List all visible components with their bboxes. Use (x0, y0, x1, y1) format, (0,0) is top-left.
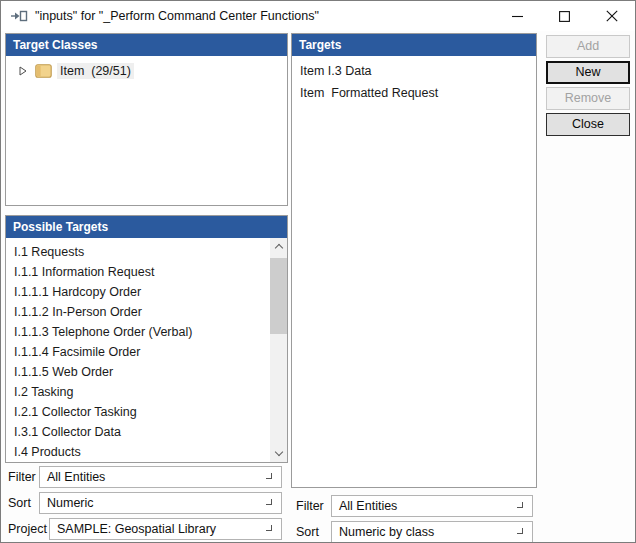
minimize-icon (512, 11, 523, 22)
filter-label: Filter (8, 466, 36, 488)
list-item[interactable]: I.1.1.4 Facsimile Order (6, 342, 287, 362)
list-item[interactable]: I.1.1.5 Web Order (6, 362, 287, 382)
remove-button: Remove (546, 87, 630, 110)
project-value: SAMPLE: Geospatial Library (57, 522, 216, 536)
list-item[interactable]: I.4 Products (6, 442, 287, 462)
chevron-down-icon (266, 499, 272, 505)
chevron-down-icon (266, 525, 272, 531)
close-window-button[interactable] (588, 1, 635, 31)
targets-list: Item I.3 Data Item Formatted Request (292, 56, 536, 487)
possible-targets-header: Possible Targets (6, 216, 287, 238)
list-item[interactable]: I.1.1.2 In-Person Order (6, 302, 287, 322)
right-filter-select[interactable]: All Entities (331, 495, 533, 517)
scroll-down-button[interactable] (270, 445, 287, 462)
target-classes-panel: Target Classes Item (29/51) (5, 33, 288, 206)
filter-label: Filter (296, 495, 324, 517)
target-classes-tree: Item (29/51) (6, 56, 287, 205)
sort-label: Sort (296, 521, 319, 543)
possible-targets-panel: Possible Targets I.1 Requests I.1.1 Info… (5, 215, 288, 463)
chevron-right-icon[interactable] (18, 66, 28, 76)
arrow-into-window-icon (10, 9, 28, 23)
targets-panel: Targets Item I.3 Data Item Formatted Req… (291, 33, 537, 488)
close-icon (606, 10, 618, 22)
add-button: Add (546, 35, 630, 58)
scrollbar[interactable] (270, 238, 287, 462)
chevron-down-icon (517, 528, 523, 534)
list-item[interactable]: Item I.3 Data (292, 60, 536, 82)
right-filter-value: All Entities (339, 499, 397, 513)
right-sort-select[interactable]: Numeric by class (331, 521, 533, 543)
list-item[interactable]: I.1 Requests (6, 242, 287, 262)
list-item[interactable]: I.2 Tasking (6, 382, 287, 402)
scroll-up-button[interactable] (270, 238, 287, 255)
left-sort-select[interactable]: Numeric (39, 492, 282, 514)
scrollbar-thumb[interactable] (270, 258, 287, 334)
chevron-down-icon (517, 502, 523, 508)
chevron-down-icon (274, 448, 282, 456)
sort-label: Sort (8, 492, 31, 514)
list-item[interactable]: I.2.1 Collector Tasking (6, 402, 287, 422)
chevron-up-icon (274, 244, 282, 252)
possible-targets-list: I.1 Requests I.1.1 Information Request I… (6, 238, 287, 462)
close-button[interactable]: Close (546, 113, 630, 136)
maximize-icon (559, 11, 570, 22)
left-filter-value: All Entities (47, 470, 105, 484)
list-item[interactable]: I.1.1.3 Telephone Order (Verbal) (6, 322, 287, 342)
folder-icon (35, 64, 52, 78)
right-sort-value: Numeric by class (339, 525, 434, 539)
minimize-button[interactable] (494, 1, 541, 31)
target-classes-header: Target Classes (6, 34, 287, 56)
list-item[interactable]: Item Formatted Request (292, 82, 536, 104)
tree-item-label: Item (29/51) (57, 63, 134, 79)
maximize-button[interactable] (541, 1, 588, 31)
title-bar[interactable]: "inputs" for "_Perform Command Center Fu… (1, 1, 635, 31)
window-title: "inputs" for "_Perform Command Center Fu… (35, 9, 319, 23)
chevron-down-icon (266, 473, 272, 479)
tree-item-item[interactable]: Item (29/51) (18, 62, 287, 80)
targets-header: Targets (292, 34, 536, 56)
project-select[interactable]: SAMPLE: Geospatial Library (49, 518, 282, 540)
left-filter-select[interactable]: All Entities (39, 466, 282, 488)
left-sort-value: Numeric (47, 496, 94, 510)
list-item[interactable]: I.1.1.1 Hardcopy Order (6, 282, 287, 302)
list-item[interactable]: I.3.1 Collector Data (6, 422, 287, 442)
project-label: Project (8, 518, 47, 540)
list-item[interactable]: I.1.1 Information Request (6, 262, 287, 282)
dialog-window: "inputs" for "_Perform Command Center Fu… (0, 0, 636, 543)
new-button[interactable]: New (546, 61, 630, 84)
